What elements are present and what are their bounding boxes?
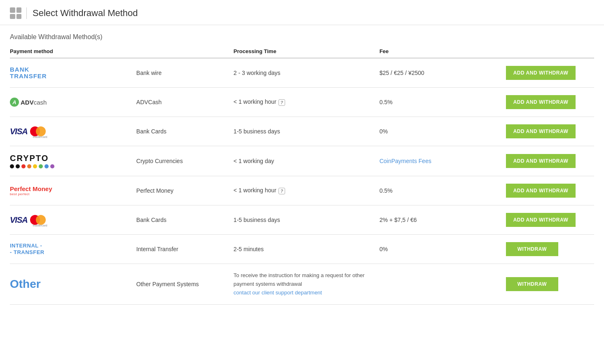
col-action bbox=[506, 45, 594, 58]
processing-time-text: < 1 working hour bbox=[234, 98, 276, 105]
col-name bbox=[136, 45, 234, 58]
name-cell-perfect-money: Perfect Money bbox=[136, 176, 234, 205]
name-cell-visa-mc-2: Bank Cards bbox=[136, 205, 234, 235]
other-desc-text: To receive the instruction for making a … bbox=[234, 271, 375, 289]
action-cell-visa-mc-1: ADD AND WITHDRAW bbox=[506, 117, 594, 146]
processing-time-cell-visa-mc-2: 1-5 business days bbox=[234, 205, 379, 235]
processing-time-cell-perfect-money: < 1 working hour? bbox=[234, 176, 379, 205]
col-payment-method: Payment method bbox=[10, 45, 136, 58]
page-header: Select Withdrawal Method bbox=[0, 0, 604, 25]
fee-link[interactable]: CoinPayments Fees bbox=[379, 158, 431, 164]
processing-time-cell-internal-transfer: 2-5 minutes bbox=[234, 235, 379, 264]
info-icon[interactable]: ? bbox=[279, 99, 285, 106]
logo-cell-visa-mc-2: VISA mastercard bbox=[10, 205, 136, 235]
logo-cell-crypto: CRYPTO bbox=[10, 146, 136, 176]
name-cell-internal-transfer: Internal Transfer bbox=[136, 235, 234, 264]
name-cell-visa-mc-1: Bank Cards bbox=[136, 117, 234, 146]
table-row: BANK TRANSFER Bank wire 2 - 3 working da… bbox=[10, 58, 594, 88]
name-cell-other: Other Payment Systems bbox=[136, 264, 234, 305]
logo-cell-visa-mc-1: VISA mastercard bbox=[10, 117, 136, 146]
processing-time-text: 1-5 business days bbox=[234, 128, 280, 135]
action-cell-other: WITHDRAW bbox=[506, 264, 594, 305]
fee-cell-bank-transfer: $25 / €25 / ¥2500 bbox=[379, 58, 506, 88]
fee-cell-other bbox=[379, 264, 506, 305]
action-cell-crypto: ADD AND WITHDRAW bbox=[506, 146, 594, 176]
action-cell-advcash: ADD AND WITHDRAW bbox=[506, 88, 594, 117]
perfect-money-action-button[interactable]: ADD AND WITHDRAW bbox=[506, 184, 576, 198]
processing-time-text: 1-5 business days bbox=[234, 217, 280, 223]
page-title: Select Withdrawal Method bbox=[33, 8, 138, 19]
table-row: Perfect Money best perfect Perfect Money… bbox=[10, 176, 594, 205]
name-cell-bank-transfer: Bank wire bbox=[136, 58, 234, 88]
logo-cell-internal-transfer: INTERNAL - - TRANSFER bbox=[10, 235, 136, 264]
grid-icon bbox=[10, 7, 21, 19]
processing-time-cell-visa-mc-1: 1-5 business days bbox=[234, 117, 379, 146]
processing-time-cell-bank-transfer: 2 - 3 working days bbox=[234, 58, 379, 88]
contact-support-link[interactable]: contact our client support department bbox=[234, 289, 322, 296]
crypto-action-button[interactable]: ADD AND WITHDRAW bbox=[506, 154, 576, 168]
action-cell-perfect-money: ADD AND WITHDRAW bbox=[506, 176, 594, 205]
processing-time-text: < 1 working day bbox=[234, 158, 274, 164]
visa-mc-1-action-button[interactable]: ADD AND WITHDRAW bbox=[506, 124, 576, 138]
table-row: Other Other Payment Systems To receive t… bbox=[10, 264, 594, 305]
col-processing-time: Processing Time bbox=[234, 45, 379, 58]
table-row: INTERNAL - - TRANSFER Internal Transfer … bbox=[10, 235, 594, 264]
action-cell-internal-transfer: WITHDRAW bbox=[506, 235, 594, 264]
processing-time-text: 2-5 minutes bbox=[234, 246, 264, 252]
methods-table-container: Payment method Processing Time Fee BANK … bbox=[0, 45, 604, 305]
logo-cell-other: Other bbox=[10, 264, 136, 305]
fee-text: 0.5% bbox=[379, 187, 393, 194]
fee-cell-advcash: 0.5% bbox=[379, 88, 506, 117]
table-row: CRYPTO Crypto Currencies < 1 working day… bbox=[10, 146, 594, 176]
internal-transfer-action-button[interactable]: WITHDRAW bbox=[506, 242, 558, 256]
fee-text: $25 / €25 / ¥2500 bbox=[379, 70, 424, 76]
fee-text: 0.5% bbox=[379, 99, 393, 105]
fee-text: 0% bbox=[379, 246, 388, 252]
header-divider bbox=[26, 7, 27, 19]
withdrawal-methods-table: Payment method Processing Time Fee BANK … bbox=[10, 45, 594, 305]
table-row: A ADVcash ADVCash < 1 working hour? 0.5%… bbox=[10, 88, 594, 117]
logo-cell-perfect-money: Perfect Money best perfect bbox=[10, 176, 136, 205]
logo-cell-bank-transfer: BANK TRANSFER bbox=[10, 58, 136, 88]
fee-cell-visa-mc-2: 2% + $7,5 / €6 bbox=[379, 205, 506, 235]
name-cell-crypto: Crypto Currencies bbox=[136, 146, 234, 176]
fee-cell-crypto: CoinPayments Fees bbox=[379, 146, 506, 176]
col-fee: Fee bbox=[379, 45, 506, 58]
bank-transfer-action-button[interactable]: ADD AND WITHDRAW bbox=[506, 66, 576, 80]
processing-time-cell-advcash: < 1 working hour? bbox=[234, 88, 379, 117]
processing-time-cell-crypto: < 1 working day bbox=[234, 146, 379, 176]
fee-cell-perfect-money: 0.5% bbox=[379, 176, 506, 205]
processing-time-text: 2 - 3 working days bbox=[234, 70, 281, 76]
table-row: VISA mastercard Bank Cards 1-5 business … bbox=[10, 205, 594, 235]
fee-cell-internal-transfer: 0% bbox=[379, 235, 506, 264]
advcash-action-button[interactable]: ADD AND WITHDRAW bbox=[506, 95, 576, 109]
action-cell-visa-mc-2: ADD AND WITHDRAW bbox=[506, 205, 594, 235]
fee-text: 0% bbox=[379, 128, 388, 135]
table-row: VISA mastercard Bank Cards 1-5 business … bbox=[10, 117, 594, 146]
fee-text: 2% + $7,5 / €6 bbox=[379, 217, 417, 223]
visa-mc-2-action-button[interactable]: ADD AND WITHDRAW bbox=[506, 213, 576, 227]
fee-cell-visa-mc-1: 0% bbox=[379, 117, 506, 146]
section-title: Available Withdrawal Method(s) bbox=[0, 25, 604, 45]
action-cell-bank-transfer: ADD AND WITHDRAW bbox=[506, 58, 594, 88]
other-action-button[interactable]: WITHDRAW bbox=[506, 277, 558, 291]
logo-cell-advcash: A ADVcash bbox=[10, 88, 136, 117]
processing-time-text: < 1 working hour bbox=[234, 187, 276, 194]
name-cell-advcash: ADVCash bbox=[136, 88, 234, 117]
processing-time-cell-other: To receive the instruction for making a … bbox=[234, 264, 379, 305]
info-icon[interactable]: ? bbox=[279, 188, 285, 194]
